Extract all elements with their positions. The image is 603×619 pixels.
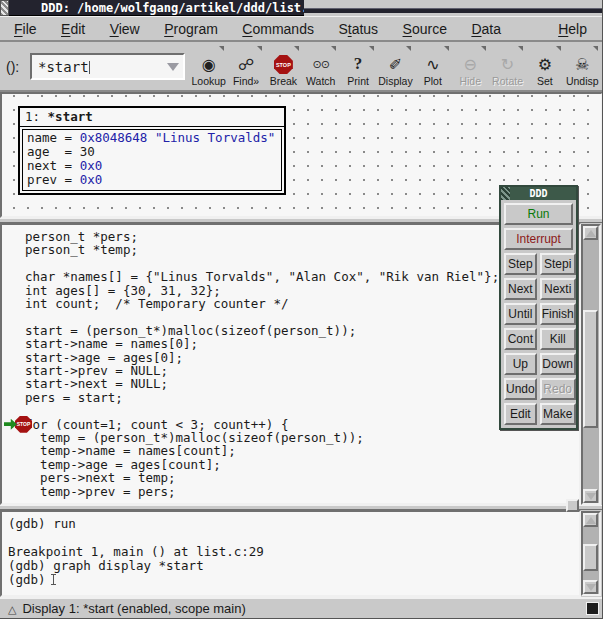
toolbar-button[interactable]: ⊖ Hide <box>452 44 489 90</box>
source-view[interactable]: person_t *pers; person_t *temp; char *na… <box>0 223 581 505</box>
menu-item[interactable]: Commands <box>232 17 324 40</box>
toolbar-button[interactable]: ☠ Undisp <box>564 44 601 90</box>
command-button[interactable]: Make <box>540 403 576 425</box>
display-node-body: name=0x8048648 "Linus Torvalds" age=30 n… <box>22 129 282 191</box>
source-line[interactable]: start->next = NULL; <box>10 377 579 390</box>
source-line[interactable]: person_t *temp; <box>10 243 579 256</box>
display-field-row[interactable]: age=30 <box>27 145 277 159</box>
display-expression: *start <box>48 109 93 124</box>
ddd-main-window: DDD: /home/wolfgang/artikel/ddd/list.c F… <box>0 0 603 619</box>
source-line[interactable]: STOP for (count=1; count < 3; count++) { <box>10 418 579 431</box>
source-line[interactable] <box>10 257 579 270</box>
menu-bar: File Edit View Program Commands Status S… <box>0 16 603 42</box>
menu-item[interactable]: Source <box>393 17 457 40</box>
status-toggle-triangle-icon[interactable]: △ <box>8 599 16 619</box>
scroll-up-icon[interactable] <box>583 513 598 527</box>
console-line: (gdb) <box>8 573 579 587</box>
source-line[interactable]: start->name = names[0]; <box>10 337 579 350</box>
menu-item[interactable]: View <box>100 17 150 40</box>
source-line[interactable]: pers = start; <box>10 391 579 404</box>
toolbar-button[interactable]: ☍ Find» <box>227 44 264 90</box>
command-button[interactable]: Kill <box>540 328 576 350</box>
scroll-down-icon[interactable] <box>583 489 598 503</box>
toolbar-button-label: Hide <box>459 75 481 87</box>
interrupt-button[interactable]: Interrupt <box>504 228 573 250</box>
source-line[interactable]: temp->prev = pers; <box>10 485 579 498</box>
toolbar-button-label: Undisp <box>566 75 599 87</box>
command-button[interactable]: Up <box>504 353 537 375</box>
scroll-down-icon[interactable] <box>583 580 598 594</box>
source-line[interactable]: person_t *pers; <box>10 230 579 243</box>
menu-item[interactable]: File <box>4 17 47 40</box>
hide-magnifier-icon: ⊖ <box>463 54 476 74</box>
display-field-row[interactable]: prev=0x0 <box>27 173 277 187</box>
source-line[interactable] <box>10 310 579 323</box>
command-button[interactable]: Edit <box>504 403 537 425</box>
run-button[interactable]: Run <box>504 203 573 225</box>
source-line[interactable]: temp = (person_t*)malloc(sizeof(person_t… <box>10 431 579 444</box>
display-field-row[interactable]: next=0x0 <box>27 159 277 173</box>
titlebar-edge <box>304 8 603 13</box>
toolbar-button[interactable]: ◉ Lookup <box>190 44 227 90</box>
display-node-title[interactable]: 1: *start <box>20 108 284 127</box>
toolbar-button[interactable]: ↻ Rotate <box>489 44 526 90</box>
console-line: (gdb) graph display *start <box>8 559 579 573</box>
pane-sash-grip[interactable] <box>566 499 579 512</box>
command-tool-grip-icon[interactable] <box>501 187 510 200</box>
command-button[interactable]: Next <box>504 278 537 300</box>
window-title[interactable]: DDD: /home/wolfgang/artikel/ddd/list.c <box>9 0 304 16</box>
source-line[interactable]: temp->name = names[count]; <box>10 444 579 457</box>
toolbar-button-label: Rotate <box>492 75 523 87</box>
field-value: 0x0 <box>80 158 103 173</box>
command-button[interactable]: Down <box>540 353 576 375</box>
menu-item[interactable]: Data <box>461 17 511 40</box>
source-line[interactable]: start = (person_t*)malloc(sizeof(person_… <box>10 324 579 337</box>
scroll-up-icon[interactable] <box>583 226 598 240</box>
source-line[interactable]: start->age = ages[0]; <box>10 351 579 364</box>
source-scrollbar[interactable] <box>581 224 601 505</box>
print-question-icon: ? <box>354 54 363 74</box>
menu-item[interactable]: Help <box>548 17 597 40</box>
menu-item[interactable]: Edit <box>51 17 95 40</box>
command-button[interactable]: Undo <box>504 378 537 400</box>
display-node-start[interactable]: 1: *start name=0x8048648 "Linus Torvalds… <box>18 106 286 195</box>
toolbar-button[interactable]: ✐ Display <box>377 44 414 90</box>
command-button[interactable]: Nexti <box>540 278 576 300</box>
toolbar-button[interactable]: ∿ Plot <box>414 44 451 90</box>
toolbar-buttons: ◉ Lookup ☍ Find» STOP Break ⊙⊙ Watch <box>190 44 601 90</box>
toolbar-button[interactable]: ? Print <box>339 44 376 90</box>
toolbar-button[interactable]: ⊙⊙ Watch <box>302 44 339 90</box>
toolbar-button-label: Display <box>378 75 412 87</box>
source-line[interactable]: int ages[] = {30, 31, 32}; <box>10 284 579 297</box>
display-field-row[interactable]: name=0x8048648 "Linus Torvalds" <box>27 131 277 145</box>
source-line[interactable]: pers->next = temp; <box>10 471 579 484</box>
console-scrollbar-thumb[interactable] <box>583 544 598 571</box>
console-scrollbar[interactable] <box>581 511 601 596</box>
command-button[interactable]: Step <box>504 253 537 275</box>
command-button[interactable]: Redo <box>540 378 576 400</box>
command-button[interactable]: Until <box>504 303 537 325</box>
source-line[interactable]: start->prev = NULL; <box>10 364 579 377</box>
source-scrollbar-thumb[interactable] <box>583 310 598 428</box>
window-resize-grip-icon[interactable] <box>0 0 9 16</box>
equals-sign: = <box>57 159 80 173</box>
combo-dropdown-icon[interactable] <box>167 63 179 71</box>
corner-resize-grip[interactable] <box>586 602 599 615</box>
argument-input[interactable]: *start <box>30 53 185 80</box>
argument-value: *start <box>38 59 89 75</box>
command-tool-titlebar[interactable]: DDD <box>501 187 576 200</box>
menu-item[interactable]: Program <box>154 17 228 40</box>
window-titlebar: DDD: /home/wolfgang/artikel/ddd/list.c <box>0 0 603 16</box>
command-button[interactable]: Finish <box>540 303 576 325</box>
display-number: 1: <box>25 109 40 124</box>
source-line[interactable]: temp->age = ages[count]; <box>10 458 579 471</box>
source-line[interactable]: char *names[] = {"Linus Torvalds", "Alan… <box>10 270 579 283</box>
toolbar-button[interactable]: STOP Break <box>265 44 302 90</box>
source-line[interactable]: int count; /* Temporary counter */ <box>10 297 579 310</box>
command-button[interactable]: Stepi <box>540 253 576 275</box>
command-button[interactable]: Cont <box>504 328 537 350</box>
source-line[interactable] <box>10 404 579 417</box>
toolbar-button[interactable]: ⚙ Set <box>526 44 563 90</box>
menu-item[interactable]: Status <box>328 17 388 40</box>
gdb-console[interactable]: (gdb) run Breakpoint 1, main () at list.… <box>0 510 581 597</box>
